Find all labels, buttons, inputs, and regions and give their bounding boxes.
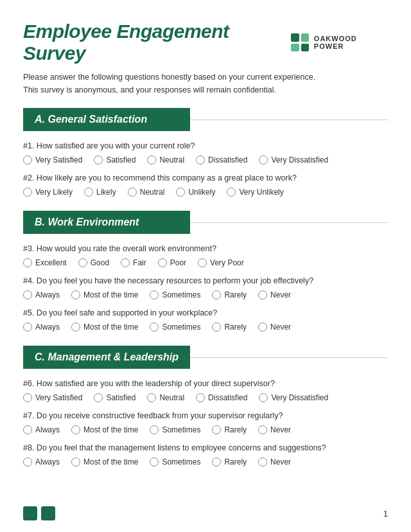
option-A-2-4[interactable]: Unlikely [176,188,215,197]
option-C-2-2[interactable]: Most of the time [71,425,138,434]
radio-B-1-5[interactable] [198,258,207,267]
option-B-2-4[interactable]: Rarely [212,290,247,299]
option-A-2-5[interactable]: Very Unlikely [227,188,283,197]
option-C-1-1[interactable]: Very Satisfied [23,393,82,402]
option-B-2-3[interactable]: Sometimes [150,290,200,299]
radio-B-1-2[interactable] [78,258,87,267]
option-C-3-4[interactable]: Rarely [212,457,247,466]
option-B-1-5[interactable]: Very Poor [198,258,244,267]
option-C-2-5[interactable]: Never [258,425,291,434]
logo-cell-1 [291,33,299,42]
question-B-3: #5. Do you feel safe and supported in yo… [23,308,388,332]
radio-A-2-2[interactable] [84,188,93,197]
option-label-B-2-5: Never [270,290,291,299]
option-B-3-5[interactable]: Never [258,323,291,332]
option-B-3-1[interactable]: Always [23,323,60,332]
option-A-2-1[interactable]: Very Likely [23,188,73,197]
radio-B-3-2[interactable] [71,323,80,332]
option-label-A-1-4: Dissatisfied [208,155,247,164]
section-header-0: A. General Satisfaction [23,108,190,131]
options-row-B-3: AlwaysMost of the timeSometimesRarelyNev… [23,323,388,332]
radio-A-2-4[interactable] [176,188,185,197]
option-C-2-3[interactable]: Sometimes [150,425,200,434]
radio-C-3-3[interactable] [150,457,159,466]
radio-A-2-5[interactable] [227,188,236,197]
radio-C-3-5[interactable] [258,457,267,466]
option-label-B-1-3: Fair [133,258,146,267]
option-A-1-4[interactable]: Dissatisfied [196,155,247,164]
option-B-1-4[interactable]: Poor [158,258,186,267]
section-header-2: C. Management & Leadership [23,346,190,369]
option-A-2-2[interactable]: Likely [84,188,116,197]
radio-C-2-1[interactable] [23,425,32,434]
question-label-C-2: #7. Do you receive constructive feedback… [23,411,388,420]
radio-C-1-5[interactable] [259,393,268,402]
question-C-1: #6. How satisfied are you with the leade… [23,379,388,402]
radio-A-2-3[interactable] [128,188,137,197]
option-B-3-2[interactable]: Most of the time [71,323,138,332]
option-C-1-5[interactable]: Very Dissatisfied [259,393,328,402]
radio-B-3-5[interactable] [258,323,267,332]
radio-B-2-5[interactable] [258,290,267,299]
option-label-A-1-3: Neutral [159,155,184,164]
radio-C-1-2[interactable] [94,393,103,402]
option-label-B-3-1: Always [35,323,60,332]
option-A-1-3[interactable]: Neutral [147,155,184,164]
radio-B-3-4[interactable] [212,323,221,332]
radio-B-2-1[interactable] [23,290,32,299]
option-B-3-3[interactable]: Sometimes [150,323,200,332]
option-A-2-3[interactable]: Neutral [128,188,165,197]
option-C-1-4[interactable]: Dissatisfied [196,393,247,402]
option-B-1-3[interactable]: Fair [121,258,146,267]
radio-B-3-3[interactable] [150,323,159,332]
option-A-1-1[interactable]: Very Satisfied [23,155,82,164]
radio-C-3-4[interactable] [212,457,221,466]
option-A-1-2[interactable]: Satisfied [94,155,136,164]
option-label-C-3-5: Never [270,457,291,466]
question-A-2: #2. How likely are you to recommend this… [23,173,388,197]
radio-C-1-1[interactable] [23,393,32,402]
radio-A-1-2[interactable] [94,155,103,164]
radio-B-2-4[interactable] [212,290,221,299]
option-C-3-1[interactable]: Always [23,457,60,466]
sections-container: A. General Satisfaction#1. How satisfied… [23,108,388,466]
radio-B-1-1[interactable] [23,258,32,267]
option-label-C-3-4: Rarely [224,457,247,466]
radio-A-1-1[interactable] [23,155,32,164]
section-divider-0: A. General Satisfaction [23,108,388,131]
option-B-1-1[interactable]: Excellent [23,258,67,267]
option-B-1-2[interactable]: Good [78,258,109,267]
radio-C-2-3[interactable] [150,425,159,434]
option-B-2-2[interactable]: Most of the time [71,290,138,299]
options-row-A-1: Very SatisfiedSatisfiedNeutralDissatisfi… [23,155,388,164]
option-C-3-2[interactable]: Most of the time [71,457,138,466]
radio-C-3-1[interactable] [23,457,32,466]
radio-B-1-3[interactable] [121,258,130,267]
radio-B-2-3[interactable] [150,290,159,299]
option-A-1-5[interactable]: Very Dissatisfied [259,155,328,164]
radio-C-2-5[interactable] [258,425,267,434]
radio-A-1-4[interactable] [196,155,205,164]
radio-A-2-1[interactable] [23,188,32,197]
radio-C-1-4[interactable] [196,393,205,402]
option-C-3-5[interactable]: Never [258,457,291,466]
option-C-1-2[interactable]: Satisfied [94,393,136,402]
option-C-2-1[interactable]: Always [23,425,60,434]
option-C-2-4[interactable]: Rarely [212,425,247,434]
radio-A-1-3[interactable] [147,155,156,164]
radio-B-2-2[interactable] [71,290,80,299]
options-row-B-1: ExcellentGoodFairPoorVery Poor [23,258,388,267]
radio-C-2-2[interactable] [71,425,80,434]
radio-C-2-4[interactable] [212,425,221,434]
radio-C-1-3[interactable] [147,393,156,402]
radio-A-1-5[interactable] [259,155,268,164]
option-B-2-1[interactable]: Always [23,290,60,299]
option-label-C-3-3: Sometimes [162,457,200,466]
radio-B-3-1[interactable] [23,323,32,332]
radio-B-1-4[interactable] [158,258,167,267]
option-C-1-3[interactable]: Neutral [147,393,184,402]
option-C-3-3[interactable]: Sometimes [150,457,200,466]
option-B-2-5[interactable]: Never [258,290,291,299]
radio-C-3-2[interactable] [71,457,80,466]
option-B-3-4[interactable]: Rarely [212,323,247,332]
